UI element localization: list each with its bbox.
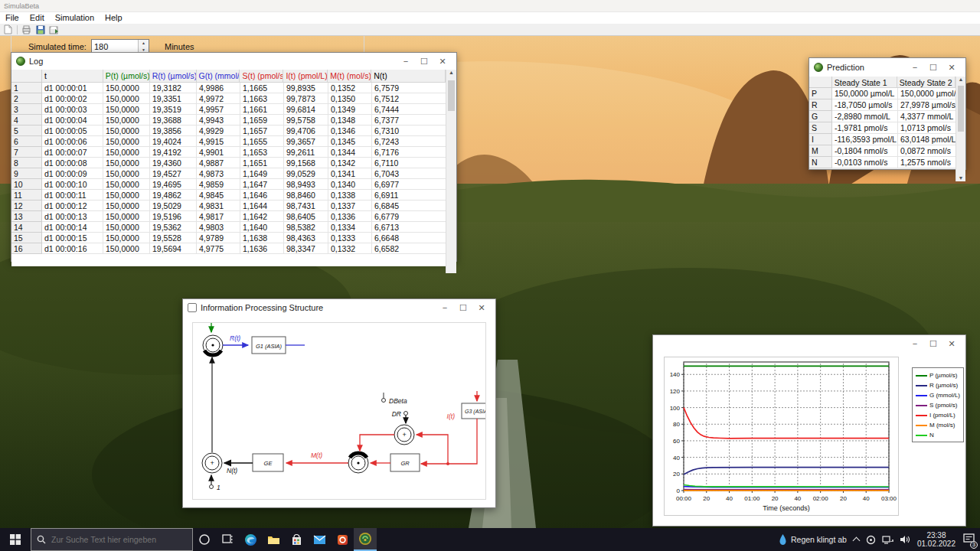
table-row[interactable]: 10d1 00:00:10150,000019,46954,98591,1647… — [11, 179, 446, 190]
prediction-titlebar[interactable]: Prediction − ☐ ✕ — [809, 58, 965, 77]
table-row[interactable]: P150,0000 µmol/L150,0000 µmol/L — [809, 88, 965, 99]
table-row[interactable]: 16d1 00:00:16150,000019,56944,97751,1636… — [11, 243, 446, 254]
table-row[interactable]: 3d1 00:00:03150,000019,35194,99571,16619… — [11, 104, 446, 115]
close-button[interactable]: ✕ — [942, 59, 961, 76]
log-column-header[interactable]: I(t) (pmol/L) — [283, 70, 328, 83]
log-titlebar[interactable]: Log − ☐ ✕ — [11, 53, 456, 70]
scroll-up-icon[interactable]: ▲ — [956, 77, 965, 82]
office-button[interactable] — [331, 528, 354, 551]
prediction-column-header[interactable]: Steady State 2 — [897, 77, 956, 88]
table-cell: 0,1337 — [328, 201, 372, 211]
scroll-down-icon[interactable]: ▼ — [956, 175, 965, 181]
maximize-button[interactable]: ☐ — [924, 335, 942, 352]
table-row[interactable]: 14d1 00:00:14150,000019,53624,98031,1640… — [11, 222, 446, 233]
table-cell: 150,0000 — [103, 136, 150, 147]
close-button[interactable]: ✕ — [942, 335, 961, 352]
table-row[interactable]: 8d1 00:00:08150,000019,43604,98871,16519… — [11, 158, 446, 168]
table-cell: 99,4706 — [284, 126, 328, 136]
main-titlebar[interactable]: SimulaBeta — [0, 0, 980, 12]
table-cell: 150,0000 — [103, 233, 150, 243]
table-cell: 1,2575 nmol/s — [898, 157, 957, 168]
tray-expand-icon[interactable] — [852, 537, 860, 545]
log-column-header[interactable]: t — [42, 70, 103, 83]
table-row[interactable]: 12d1 00:00:12150,000019,50294,98311,1644… — [11, 201, 446, 211]
menu-item-help[interactable]: Help — [100, 12, 128, 24]
spin-up-icon[interactable]: ▲ — [139, 40, 149, 47]
table-row[interactable]: 5d1 00:00:05150,000019,38564,99291,16579… — [11, 126, 446, 136]
prediction-column-header[interactable]: Steady State 1 — [832, 77, 897, 88]
row-label: R — [809, 99, 832, 111]
table-row[interactable]: G-2,8980 mmol/L4,3377 mmol/L — [809, 111, 965, 122]
log-column-header[interactable]: N(t) — [371, 70, 446, 83]
minimize-button[interactable]: − — [436, 299, 454, 316]
log-column-header[interactable]: S(t) (pmol/s) — [240, 70, 283, 83]
table-cell: 98,6405 — [284, 211, 328, 222]
save-button[interactable] — [34, 24, 46, 35]
windows-logo-icon — [10, 534, 21, 545]
log-column-header[interactable]: M(t) (mol/s) — [328, 70, 371, 83]
table-cell: d1 00:00:07 — [42, 147, 103, 158]
plot-titlebar[interactable]: − ☐ ✕ — [653, 335, 965, 352]
table-row[interactable]: 13d1 00:00:13150,000019,51964,98171,1642… — [11, 211, 446, 222]
prediction-scrollbar[interactable]: ▲ ▼ — [956, 77, 965, 181]
table-row[interactable]: 6d1 00:00:06150,000019,40244,99151,16559… — [11, 136, 446, 147]
new-document-button[interactable] — [2, 24, 14, 35]
table-row[interactable]: 11d1 00:00:11150,000019,48624,98451,1646… — [11, 190, 446, 201]
minimize-button[interactable]: − — [397, 53, 415, 70]
prediction-column-header[interactable] — [809, 77, 832, 88]
start-button[interactable] — [0, 528, 31, 551]
table-row[interactable]: 4d1 00:00:04150,000019,36884,99431,16599… — [11, 115, 446, 126]
table-row[interactable]: S-1,9781 pmol/s1,0713 pmol/s — [809, 122, 965, 134]
export-button[interactable] — [48, 24, 60, 35]
task-view-button[interactable] — [216, 528, 239, 551]
menu-item-edit[interactable]: Edit — [24, 12, 50, 24]
svg-text:40: 40 — [794, 495, 801, 502]
speaker-icon[interactable] — [900, 535, 910, 544]
log-column-header[interactable]: G(t) (mmol/L) — [197, 70, 240, 83]
table-cell: 4,9803 — [197, 222, 240, 233]
minimize-button[interactable]: − — [906, 59, 924, 76]
store-button[interactable] — [285, 528, 308, 551]
table-cell: 99,1568 — [284, 158, 328, 168]
print-button[interactable] — [21, 24, 32, 35]
menu-item-file[interactable]: File — [0, 12, 24, 24]
maximize-button[interactable]: ☐ — [454, 299, 472, 316]
table-row[interactable]: 9d1 00:00:09150,000019,45274,98731,16499… — [11, 168, 446, 179]
log-column-header[interactable]: R(t) (µmol/s) — [150, 70, 197, 83]
search-input[interactable] — [51, 535, 174, 544]
log-scrollbar[interactable]: ▲ — [446, 70, 456, 273]
taskbar-clock[interactable]: 23:38 01.02.2022 — [917, 531, 956, 548]
log-column-header[interactable]: P(t) (µmol/s) — [103, 70, 150, 83]
maximize-button[interactable]: ☐ — [415, 53, 433, 70]
scroll-thumb[interactable] — [958, 86, 964, 132]
table-cell: 19,5362 — [150, 222, 197, 233]
simulabeta-taskbar-button[interactable] — [354, 528, 377, 551]
scroll-up-icon[interactable]: ▲ — [446, 70, 456, 75]
table-row[interactable]: 15d1 00:00:15150,000019,55284,97891,1638… — [11, 233, 446, 243]
table-row[interactable]: N-0,0103 nmol/s1,2575 nmol/s — [809, 157, 965, 168]
notification-center-button[interactable]: 3 — [962, 533, 975, 547]
file-explorer-button[interactable] — [262, 528, 285, 551]
tray-app-icon[interactable] — [866, 535, 876, 545]
cortana-button[interactable] — [193, 528, 216, 551]
table-row[interactable]: 2d1 00:00:02150,000019,33514,99721,16639… — [11, 93, 446, 104]
table-row[interactable]: 7d1 00:00:07150,000019,41924,99011,16539… — [11, 147, 446, 158]
scroll-thumb[interactable] — [448, 80, 455, 111]
taskbar-search[interactable] — [31, 528, 193, 551]
network-icon[interactable] — [882, 535, 893, 544]
close-button[interactable]: ✕ — [433, 53, 452, 70]
close-button[interactable]: ✕ — [472, 299, 491, 316]
edge-button[interactable] — [239, 528, 262, 551]
minimize-button[interactable]: − — [906, 335, 924, 352]
legend-line-sample — [916, 415, 927, 416]
menu-item-simulation[interactable]: Simulation — [50, 12, 100, 24]
table-row[interactable]: R-18,7050 µmol/s27,9978 µmol/s — [809, 99, 965, 111]
weather-widget[interactable]: Regen klingt ab — [779, 534, 847, 545]
mail-button[interactable] — [308, 528, 331, 551]
maximize-button[interactable]: ☐ — [924, 59, 942, 76]
table-row[interactable]: M-0,1804 nmol/s0,0872 nmol/s — [809, 145, 965, 157]
ips-titlebar[interactable]: Information Processing Structure − ☐ ✕ — [183, 299, 495, 316]
table-row[interactable]: 1d1 00:00:01150,000019,31824,99861,16659… — [11, 83, 446, 93]
log-column-header[interactable] — [11, 70, 42, 83]
table-row[interactable]: I-116,3593 pmol/L63,0148 pmol/L — [809, 134, 965, 145]
